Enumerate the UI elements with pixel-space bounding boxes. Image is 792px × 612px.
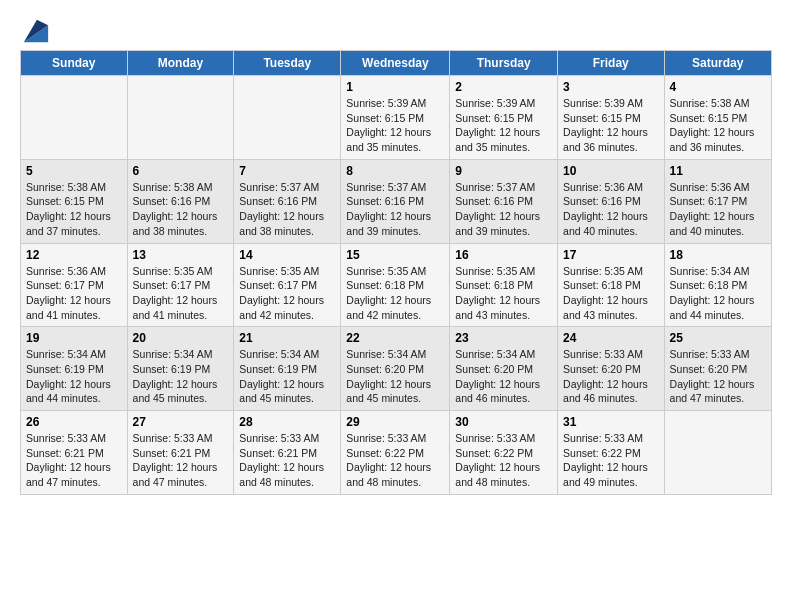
calendar-cell: 5Sunrise: 5:38 AM Sunset: 6:15 PM Daylig… — [21, 159, 128, 243]
calendar-cell: 3Sunrise: 5:39 AM Sunset: 6:15 PM Daylig… — [558, 76, 665, 160]
day-number: 20 — [133, 331, 229, 345]
calendar-cell: 7Sunrise: 5:37 AM Sunset: 6:16 PM Daylig… — [234, 159, 341, 243]
day-number: 31 — [563, 415, 659, 429]
day-number: 15 — [346, 248, 444, 262]
day-info: Sunrise: 5:36 AM Sunset: 6:16 PM Dayligh… — [563, 180, 659, 239]
day-number: 4 — [670, 80, 766, 94]
day-info: Sunrise: 5:33 AM Sunset: 6:20 PM Dayligh… — [670, 347, 766, 406]
weekday-header-saturday: Saturday — [664, 51, 771, 76]
calendar-week-row: 12Sunrise: 5:36 AM Sunset: 6:17 PM Dayli… — [21, 243, 772, 327]
calendar-cell: 17Sunrise: 5:35 AM Sunset: 6:18 PM Dayli… — [558, 243, 665, 327]
weekday-header-friday: Friday — [558, 51, 665, 76]
day-info: Sunrise: 5:39 AM Sunset: 6:15 PM Dayligh… — [346, 96, 444, 155]
day-number: 24 — [563, 331, 659, 345]
weekday-header-wednesday: Wednesday — [341, 51, 450, 76]
calendar-cell: 13Sunrise: 5:35 AM Sunset: 6:17 PM Dayli… — [127, 243, 234, 327]
calendar-cell: 1Sunrise: 5:39 AM Sunset: 6:15 PM Daylig… — [341, 76, 450, 160]
calendar-cell: 2Sunrise: 5:39 AM Sunset: 6:15 PM Daylig… — [450, 76, 558, 160]
calendar-cell: 9Sunrise: 5:37 AM Sunset: 6:16 PM Daylig… — [450, 159, 558, 243]
day-info: Sunrise: 5:37 AM Sunset: 6:16 PM Dayligh… — [455, 180, 552, 239]
day-number: 23 — [455, 331, 552, 345]
calendar-cell — [234, 76, 341, 160]
day-info: Sunrise: 5:34 AM Sunset: 6:18 PM Dayligh… — [670, 264, 766, 323]
day-number: 14 — [239, 248, 335, 262]
calendar-cell: 16Sunrise: 5:35 AM Sunset: 6:18 PM Dayli… — [450, 243, 558, 327]
day-info: Sunrise: 5:35 AM Sunset: 6:18 PM Dayligh… — [455, 264, 552, 323]
calendar-cell: 28Sunrise: 5:33 AM Sunset: 6:21 PM Dayli… — [234, 411, 341, 495]
calendar-cell: 23Sunrise: 5:34 AM Sunset: 6:20 PM Dayli… — [450, 327, 558, 411]
day-number: 25 — [670, 331, 766, 345]
day-number: 2 — [455, 80, 552, 94]
day-info: Sunrise: 5:34 AM Sunset: 6:19 PM Dayligh… — [26, 347, 122, 406]
weekday-header-row: SundayMondayTuesdayWednesdayThursdayFrid… — [21, 51, 772, 76]
calendar-cell: 19Sunrise: 5:34 AM Sunset: 6:19 PM Dayli… — [21, 327, 128, 411]
day-info: Sunrise: 5:35 AM Sunset: 6:17 PM Dayligh… — [239, 264, 335, 323]
calendar-table: SundayMondayTuesdayWednesdayThursdayFrid… — [20, 50, 772, 495]
calendar-cell: 29Sunrise: 5:33 AM Sunset: 6:22 PM Dayli… — [341, 411, 450, 495]
day-info: Sunrise: 5:34 AM Sunset: 6:20 PM Dayligh… — [455, 347, 552, 406]
day-info: Sunrise: 5:33 AM Sunset: 6:22 PM Dayligh… — [455, 431, 552, 490]
calendar-cell: 26Sunrise: 5:33 AM Sunset: 6:21 PM Dayli… — [21, 411, 128, 495]
day-info: Sunrise: 5:37 AM Sunset: 6:16 PM Dayligh… — [239, 180, 335, 239]
calendar-cell: 30Sunrise: 5:33 AM Sunset: 6:22 PM Dayli… — [450, 411, 558, 495]
day-number: 6 — [133, 164, 229, 178]
calendar-cell — [127, 76, 234, 160]
day-number: 21 — [239, 331, 335, 345]
day-info: Sunrise: 5:39 AM Sunset: 6:15 PM Dayligh… — [455, 96, 552, 155]
day-number: 9 — [455, 164, 552, 178]
day-number: 16 — [455, 248, 552, 262]
calendar-cell: 10Sunrise: 5:36 AM Sunset: 6:16 PM Dayli… — [558, 159, 665, 243]
calendar-cell: 22Sunrise: 5:34 AM Sunset: 6:20 PM Dayli… — [341, 327, 450, 411]
calendar-cell: 15Sunrise: 5:35 AM Sunset: 6:18 PM Dayli… — [341, 243, 450, 327]
day-number: 30 — [455, 415, 552, 429]
page-header — [20, 16, 772, 44]
day-info: Sunrise: 5:33 AM Sunset: 6:22 PM Dayligh… — [563, 431, 659, 490]
day-number: 29 — [346, 415, 444, 429]
day-info: Sunrise: 5:33 AM Sunset: 6:21 PM Dayligh… — [239, 431, 335, 490]
weekday-header-monday: Monday — [127, 51, 234, 76]
calendar-cell: 21Sunrise: 5:34 AM Sunset: 6:19 PM Dayli… — [234, 327, 341, 411]
calendar-cell: 25Sunrise: 5:33 AM Sunset: 6:20 PM Dayli… — [664, 327, 771, 411]
calendar-cell: 31Sunrise: 5:33 AM Sunset: 6:22 PM Dayli… — [558, 411, 665, 495]
calendar-cell: 27Sunrise: 5:33 AM Sunset: 6:21 PM Dayli… — [127, 411, 234, 495]
logo-icon — [22, 16, 50, 44]
day-number: 11 — [670, 164, 766, 178]
calendar-week-row: 5Sunrise: 5:38 AM Sunset: 6:15 PM Daylig… — [21, 159, 772, 243]
calendar-cell — [21, 76, 128, 160]
day-info: Sunrise: 5:33 AM Sunset: 6:20 PM Dayligh… — [563, 347, 659, 406]
day-number: 3 — [563, 80, 659, 94]
day-info: Sunrise: 5:38 AM Sunset: 6:15 PM Dayligh… — [26, 180, 122, 239]
day-info: Sunrise: 5:35 AM Sunset: 6:17 PM Dayligh… — [133, 264, 229, 323]
day-info: Sunrise: 5:34 AM Sunset: 6:19 PM Dayligh… — [133, 347, 229, 406]
calendar-cell: 14Sunrise: 5:35 AM Sunset: 6:17 PM Dayli… — [234, 243, 341, 327]
day-number: 26 — [26, 415, 122, 429]
day-info: Sunrise: 5:37 AM Sunset: 6:16 PM Dayligh… — [346, 180, 444, 239]
day-number: 13 — [133, 248, 229, 262]
day-info: Sunrise: 5:33 AM Sunset: 6:21 PM Dayligh… — [26, 431, 122, 490]
weekday-header-thursday: Thursday — [450, 51, 558, 76]
day-info: Sunrise: 5:33 AM Sunset: 6:21 PM Dayligh… — [133, 431, 229, 490]
calendar-cell: 6Sunrise: 5:38 AM Sunset: 6:16 PM Daylig… — [127, 159, 234, 243]
day-info: Sunrise: 5:36 AM Sunset: 6:17 PM Dayligh… — [670, 180, 766, 239]
day-number: 19 — [26, 331, 122, 345]
calendar-cell: 24Sunrise: 5:33 AM Sunset: 6:20 PM Dayli… — [558, 327, 665, 411]
day-number: 18 — [670, 248, 766, 262]
day-info: Sunrise: 5:34 AM Sunset: 6:20 PM Dayligh… — [346, 347, 444, 406]
weekday-header-tuesday: Tuesday — [234, 51, 341, 76]
calendar-cell: 18Sunrise: 5:34 AM Sunset: 6:18 PM Dayli… — [664, 243, 771, 327]
day-number: 28 — [239, 415, 335, 429]
day-number: 5 — [26, 164, 122, 178]
calendar-cell — [664, 411, 771, 495]
calendar-cell: 4Sunrise: 5:38 AM Sunset: 6:15 PM Daylig… — [664, 76, 771, 160]
logo — [20, 16, 50, 44]
day-info: Sunrise: 5:36 AM Sunset: 6:17 PM Dayligh… — [26, 264, 122, 323]
day-info: Sunrise: 5:39 AM Sunset: 6:15 PM Dayligh… — [563, 96, 659, 155]
day-number: 10 — [563, 164, 659, 178]
calendar-cell: 12Sunrise: 5:36 AM Sunset: 6:17 PM Dayli… — [21, 243, 128, 327]
calendar-cell: 8Sunrise: 5:37 AM Sunset: 6:16 PM Daylig… — [341, 159, 450, 243]
calendar-week-row: 19Sunrise: 5:34 AM Sunset: 6:19 PM Dayli… — [21, 327, 772, 411]
day-number: 17 — [563, 248, 659, 262]
day-number: 12 — [26, 248, 122, 262]
calendar-week-row: 1Sunrise: 5:39 AM Sunset: 6:15 PM Daylig… — [21, 76, 772, 160]
calendar-week-row: 26Sunrise: 5:33 AM Sunset: 6:21 PM Dayli… — [21, 411, 772, 495]
